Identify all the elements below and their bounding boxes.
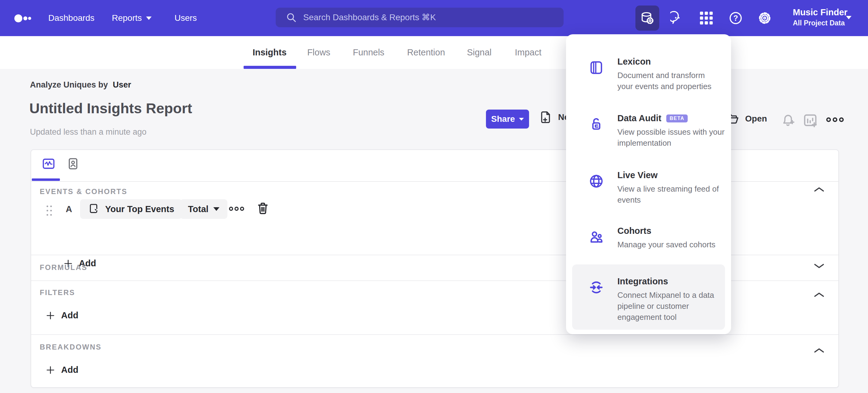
add-filter-button[interactable]: Add [46,310,78,320]
line-chart-icon [41,157,56,171]
project-scope: All Project Data [793,18,847,28]
report-tabs: Insights Flows Funnels Retention Signal … [0,36,868,69]
project-name: Music Finder [793,6,847,18]
add-breakdown-button[interactable]: Add [46,365,78,375]
collapse-section-button[interactable] [813,186,825,193]
menu-item-lexicon[interactable]: Lexicon Document and transform your even… [588,57,720,92]
nav-dashboards[interactable]: Dashboards [48,0,94,36]
integrations-sync-icon [588,279,604,296]
analyze-value: User [113,80,131,89]
chevron-down-icon [519,118,524,120]
event-row-letter: A [66,204,72,214]
nav-reports-label: Reports [112,13,142,23]
tab-retention[interactable]: Retention [407,36,445,69]
database-gear-icon [640,11,654,25]
global-search[interactable] [276,8,564,27]
cohorts-people-icon [588,229,604,245]
analyze-uniques-control[interactable]: Analyze Uniques byUser [30,80,131,90]
project-switcher[interactable]: Music Finder All Project Data [793,6,847,28]
apps-grid-button[interactable] [699,11,713,25]
add-to-board-button[interactable] [802,112,819,129]
create-alert-button[interactable] [780,112,796,128]
tab-funnels[interactable]: Funnels [353,36,384,69]
menu-item-live-view[interactable]: Live View View a live streaming feed of … [588,170,720,205]
tab-signal[interactable]: Signal [467,36,492,69]
nav-users-label: Users [175,13,197,23]
updated-timestamp: Updated less than a minute ago [30,127,146,137]
feedback-button[interactable] [670,11,684,25]
mixpanel-app: Dashboards Reports Users [0,0,868,393]
collapse-section-button[interactable] [813,291,825,298]
nav-users[interactable]: Users [175,0,197,36]
new-document-icon [538,110,553,124]
search-icon [286,12,297,23]
drag-handle[interactable] [45,204,53,217]
chevron-down-icon [146,17,152,20]
help-button[interactable]: ? [728,11,743,25]
event-row-more-button[interactable] [228,206,245,212]
settings-gear-button[interactable] [758,11,772,25]
collapse-section-button[interactable] [813,347,825,354]
delete-event-button[interactable] [255,201,271,216]
tab-impact[interactable]: Impact [515,36,541,69]
chevron-down-icon [846,16,851,19]
active-view-underline [32,178,60,181]
nav-reports[interactable]: Reports [112,0,152,36]
events-view-tab[interactable] [41,157,56,171]
tab-flows[interactable]: Flows [307,36,331,69]
profiles-view-tab[interactable] [66,157,80,171]
section-label: FORMULAS [40,263,87,272]
tab-insights[interactable]: Insights [252,36,286,69]
svg-text:?: ? [733,14,738,22]
data-management-menu: Lexicon Document and transform your even… [566,34,731,334]
nav-dashboards-label: Dashboards [48,13,94,23]
metric-dropdown[interactable]: Total [180,199,227,219]
active-tab-underline [244,66,296,69]
expand-section-button[interactable] [813,262,825,269]
event-selector-label: Your Top Events [105,204,174,214]
section-label: EVENTS & COHORTS [40,187,127,196]
more-options-button[interactable] [826,116,844,123]
top-nav: Dashboards Reports Users [0,0,868,36]
mixpanel-logo-icon[interactable] [14,13,31,23]
globe-icon [588,173,604,189]
chevron-down-icon [213,207,219,211]
plus-icon [46,311,55,320]
lexicon-book-icon [588,60,604,76]
open-report-button[interactable]: Open [725,111,767,126]
search-input[interactable] [303,12,518,23]
analyze-prefix: Analyze Uniques by [30,80,108,89]
beta-badge: BETA [666,114,688,122]
event-selector-button[interactable]: Your Top Events [80,199,182,219]
section-breakdowns: BREAKDOWNS Add [31,335,838,388]
share-button[interactable]: Share [486,110,529,129]
plus-icon [46,365,55,375]
open-button-label: Open [745,114,767,124]
data-management-button[interactable] [636,5,659,31]
page-title[interactable]: Untitled Insights Report [29,100,192,117]
metric-label: Total [188,204,209,214]
section-label: FILTERS [40,288,75,297]
lock-icon [588,116,604,132]
event-click-icon [88,203,100,215]
menu-item-cohorts[interactable]: Cohorts Manage your saved cohorts [588,226,720,250]
section-label: BREAKDOWNS [40,343,101,352]
menu-item-integrations[interactable]: Integrations Connect Mixpanel to a data … [588,276,720,322]
menu-item-data-audit[interactable]: Data Audit BETA View possible issues wit… [588,113,720,148]
profile-card-icon [66,157,80,171]
